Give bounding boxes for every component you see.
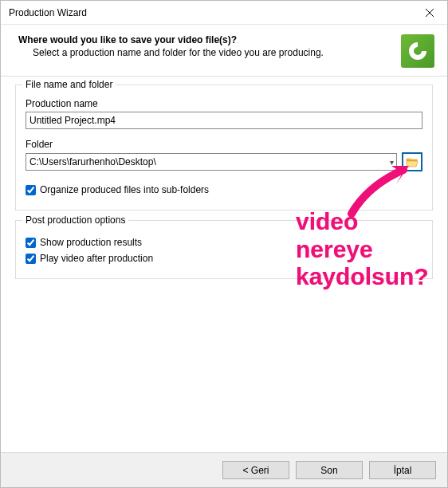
show-results-checkbox[interactable] <box>26 238 36 248</box>
organize-label: Organize produced files into sub-folders <box>40 184 209 195</box>
titlebar: Production Wizard <box>1 1 447 25</box>
folder-label: Folder <box>26 139 422 150</box>
folder-open-icon <box>406 157 419 167</box>
production-name-input[interactable] <box>26 112 422 129</box>
close-button[interactable] <box>411 1 447 24</box>
play-after-checkbox[interactable] <box>26 254 36 264</box>
back-button[interactable]: < Geri <box>222 461 289 479</box>
group-file-legend: File name and folder <box>22 79 116 90</box>
cancel-button[interactable]: İptal <box>369 461 436 479</box>
window-title: Production Wizard <box>9 7 411 18</box>
footer: < Geri Son İptal <box>1 452 447 487</box>
camtasia-logo-icon <box>406 39 430 63</box>
annotation-text: video nereye kaydolsun? <box>296 208 429 291</box>
annotation-line1: video <box>296 208 429 236</box>
header: Where would you like to save your video … <box>1 25 447 76</box>
group-file-name-folder: File name and folder Production name Fol… <box>15 85 433 211</box>
organize-checkbox[interactable] <box>26 185 36 195</box>
header-text: Where would you like to save your video … <box>18 34 393 58</box>
header-subtitle: Select a production name and folder for … <box>33 47 393 58</box>
organize-row: Organize produced files into sub-folders <box>26 184 422 195</box>
play-after-label: Play video after production <box>40 253 153 264</box>
app-logo <box>401 34 434 68</box>
production-name-label: Production name <box>26 98 422 109</box>
show-results-label: Show production results <box>40 237 142 248</box>
folder-combo[interactable] <box>26 153 397 171</box>
finish-button[interactable]: Son <box>296 461 363 479</box>
annotation-line2: nereye <box>296 236 429 264</box>
folder-combo-wrap: ▾ <box>26 153 397 171</box>
header-title: Where would you like to save your video … <box>18 34 393 45</box>
group-post-legend: Post production options <box>22 214 128 226</box>
browse-folder-button[interactable] <box>402 152 422 171</box>
folder-row: ▾ <box>26 152 422 171</box>
close-icon <box>426 9 434 17</box>
annotation-line3: kaydolsun? <box>296 263 429 291</box>
